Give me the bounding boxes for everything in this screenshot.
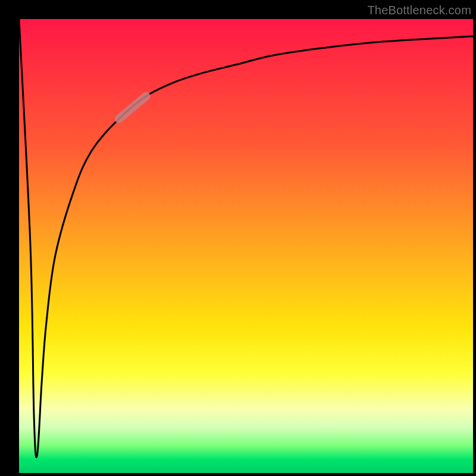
watermark-text: TheBottleneck.com bbox=[367, 4, 471, 17]
curve-layer bbox=[19, 19, 473, 473]
chart-frame: TheBottleneck.com bbox=[0, 0, 476, 476]
curve-path bbox=[19, 19, 473, 458]
plot-area bbox=[19, 19, 473, 473]
marker-band bbox=[119, 96, 146, 119]
